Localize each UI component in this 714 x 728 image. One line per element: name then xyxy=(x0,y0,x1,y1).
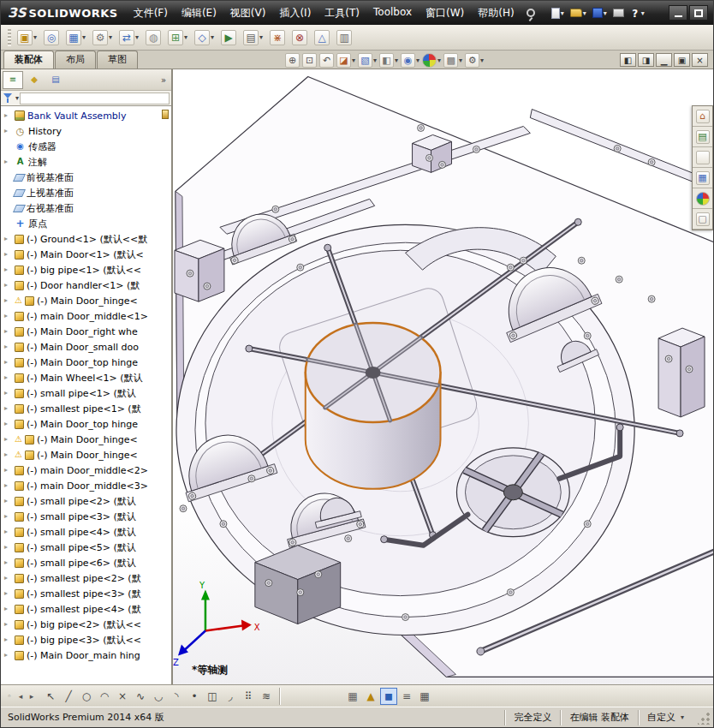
expand-arrow-icon[interactable] xyxy=(4,359,12,366)
chevron-down-icon[interactable] xyxy=(459,57,462,64)
line-button[interactable]: ╱ xyxy=(60,688,77,705)
tree-item[interactable]: History xyxy=(1,123,171,139)
spline-button[interactable]: ∿ xyxy=(132,688,149,705)
chevron-down-icon[interactable] xyxy=(15,94,19,102)
chevron-down-icon[interactable] xyxy=(561,9,564,17)
expand-arrow-icon[interactable] xyxy=(4,621,12,628)
tree-item[interactable]: (-) Ground<1> (默认<<默 xyxy=(1,231,171,247)
large-assembly-mode-button[interactable]: ▥ xyxy=(334,28,354,47)
linear-component-pattern-button[interactable]: ▦ xyxy=(63,28,88,47)
snap-options-button[interactable]: ▲ xyxy=(362,688,379,705)
edit-appearance-button[interactable] xyxy=(421,53,442,68)
expand-arrow-icon[interactable] xyxy=(4,112,12,119)
toolbar-grip[interactable] xyxy=(8,29,11,46)
chevron-down-icon[interactable] xyxy=(135,33,139,41)
save-document-button[interactable] xyxy=(590,6,610,20)
chevron-down-icon[interactable] xyxy=(437,57,441,64)
expand-arrow-icon[interactable] xyxy=(4,266,12,273)
expand-arrow-icon[interactable] xyxy=(4,436,12,443)
expand-arrow-icon[interactable] xyxy=(4,328,12,335)
menu-item[interactable]: 帮助(H) xyxy=(471,3,521,24)
view-settings-button[interactable]: ⚙ xyxy=(464,53,485,68)
expand-arrow-icon[interactable] xyxy=(4,528,12,535)
scroll-right-button[interactable]: ▸ xyxy=(27,689,37,703)
chevron-down-icon[interactable] xyxy=(416,57,419,64)
menu-item[interactable]: Toolbox xyxy=(366,3,419,24)
expand-arrow-icon[interactable] xyxy=(4,390,12,397)
viewport-3d-model[interactable]: Y X Z xyxy=(173,69,713,684)
help-button[interactable] xyxy=(628,6,647,21)
previous-view-button[interactable]: ↶ xyxy=(318,53,335,68)
doc-restore-button[interactable]: ▣ xyxy=(674,53,690,67)
minimize-window-button[interactable] xyxy=(669,5,687,21)
tree-item[interactable]: (-) smallest pipe<4> (默 xyxy=(1,601,171,617)
smart-fasteners-button[interactable]: ⚙ xyxy=(90,28,115,47)
tree-item[interactable]: (-) main Door_middle<2> xyxy=(1,462,171,478)
expand-arrow-icon[interactable] xyxy=(4,297,12,304)
circle-button[interactable]: ○ xyxy=(78,688,95,705)
filter-funnel-icon[interactable] xyxy=(3,92,14,104)
view-orientation-button[interactable]: ▧ xyxy=(357,53,378,68)
tree-item[interactable]: (-) Main Door_top hinge xyxy=(1,416,171,432)
expand-arrow-icon[interactable] xyxy=(4,451,12,458)
sketch-table-button[interactable]: ▦ xyxy=(416,688,433,705)
tree-item[interactable]: 传感器 xyxy=(1,139,171,154)
new-document-button[interactable] xyxy=(549,6,567,21)
expand-arrow-icon[interactable] xyxy=(4,128,12,134)
zoom-to-fit-button[interactable]: ⊕ xyxy=(284,53,300,68)
chevron-down-icon[interactable] xyxy=(259,33,263,41)
toolbar-options-button[interactable]: ◦ xyxy=(4,689,15,703)
convert-entities-button[interactable]: ≋ xyxy=(258,688,275,705)
exploded-view-button[interactable]: ⋇ xyxy=(267,28,288,47)
tree-item[interactable]: (-) small pipe<2> (默认 xyxy=(1,493,171,509)
tree-item[interactable]: 原点 xyxy=(1,216,171,231)
chevron-down-icon[interactable] xyxy=(33,33,37,41)
expand-arrow-icon[interactable] xyxy=(4,467,12,474)
tree-item[interactable]: 注解 xyxy=(1,154,171,170)
tree-item[interactable]: (-) main Door_middle<1> xyxy=(1,308,171,324)
display-pane-left-button[interactable]: ◧ xyxy=(620,53,636,67)
interference-detection-button[interactable]: ⊗ xyxy=(289,28,310,47)
chevron-down-icon[interactable] xyxy=(373,57,377,64)
chevron-down-icon[interactable] xyxy=(211,33,214,41)
instant3d-button[interactable]: △ xyxy=(312,28,332,47)
expand-arrow-icon[interactable] xyxy=(4,405,12,412)
expand-arrow-icon[interactable] xyxy=(4,498,12,504)
maximize-window-button[interactable] xyxy=(689,5,708,21)
tree-item[interactable]: 右视基准面 xyxy=(1,200,171,216)
chevron-down-icon[interactable] xyxy=(480,57,484,64)
graphics-area[interactable]: Y X Z *等轴测 ⌂ ▤ xyxy=(173,69,713,684)
move-component-button[interactable]: ⇄ xyxy=(116,28,141,47)
chevron-down-icon[interactable] xyxy=(681,713,684,721)
doc-close-button[interactable]: × xyxy=(692,53,708,67)
insert-components-button[interactable]: ▣ xyxy=(15,28,39,47)
ellipse-button[interactable]: ◠ xyxy=(96,688,113,705)
tree-item[interactable]: (-) Main Door_hinge< xyxy=(1,293,171,308)
tree-item[interactable]: (-) small pipe<3> (默认 xyxy=(1,509,171,524)
expand-arrow-icon[interactable] xyxy=(4,158,12,165)
hide-show-items-button[interactable]: ◉ xyxy=(400,53,420,68)
display-grid-button[interactable]: ▦ xyxy=(344,688,361,705)
custom-status-dropdown[interactable]: 自定义 xyxy=(638,710,693,725)
menu-pin-icon[interactable] xyxy=(527,9,535,17)
expand-arrow-icon[interactable] xyxy=(4,636,12,643)
displaymanager-tab[interactable] xyxy=(67,71,87,89)
tree-item[interactable]: (-) Main Door_hinge< xyxy=(1,447,171,462)
print-document-button[interactable] xyxy=(610,7,627,19)
chevron-down-icon[interactable] xyxy=(395,57,398,64)
chevron-down-icon[interactable] xyxy=(641,9,645,17)
tree-item[interactable]: (-) Main Door_right whe xyxy=(1,324,171,339)
tree-display-pane-icon[interactable] xyxy=(162,110,169,119)
menu-item[interactable]: 工具(T) xyxy=(318,3,366,24)
sketch-fillet-button[interactable]: ◞ xyxy=(222,688,239,705)
expand-arrow-icon[interactable] xyxy=(4,236,12,242)
tree-item[interactable]: (-) big pipe<2> (默认<< xyxy=(1,617,171,632)
expand-arrow-icon[interactable] xyxy=(4,575,12,582)
tree-item[interactable]: (-) Main Door_main hing xyxy=(1,647,171,663)
select-button[interactable]: ↖ xyxy=(42,688,59,705)
resize-grip[interactable] xyxy=(698,711,711,725)
tab-layout[interactable]: 布局 xyxy=(55,51,96,69)
configurationmanager-tab[interactable]: ▤ xyxy=(45,71,66,89)
tree-item[interactable]: (-) Main Door_small doo xyxy=(1,339,171,355)
tree-item[interactable]: (-) big pipe<3> (默认<< xyxy=(1,632,171,647)
